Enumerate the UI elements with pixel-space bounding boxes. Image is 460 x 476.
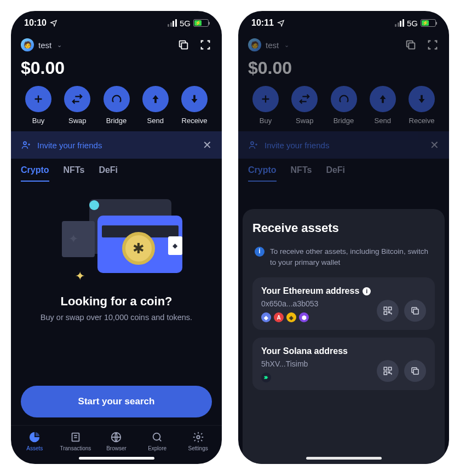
scan-icon[interactable] [199, 38, 212, 51]
copy-button[interactable] [404, 300, 426, 322]
send-button[interactable]: Send [137, 86, 174, 125]
bridge-button[interactable]: Bridge [98, 86, 135, 125]
tab-crypto[interactable]: Crypto [248, 165, 277, 182]
svg-rect-9 [389, 307, 392, 310]
nav-browser[interactable]: Browser [97, 431, 135, 451]
account-name: test [266, 40, 279, 50]
buy-button[interactable]: Buy [20, 86, 57, 125]
copy-icon[interactable] [404, 38, 417, 51]
tab-crypto[interactable]: Crypto [21, 165, 49, 182]
sol-address-card[interactable]: Your Solana address 5hXV...Tisimb [252, 338, 435, 390]
balance: $0.00 [11, 54, 222, 86]
phone-screen-assets: 10:10 5G ⚡ 🧑 test ⌄ $0.00 Buy Swap Bridg… [11, 11, 222, 464]
header: 🧑 test ⌄ [238, 35, 449, 54]
info-icon: i [255, 247, 264, 257]
status-bar: 10:11 5G ⚡ [238, 11, 449, 35]
receive-button[interactable]: Receive [176, 86, 213, 125]
svg-rect-14 [384, 372, 387, 375]
svg-rect-0 [181, 43, 187, 49]
account-switcher[interactable]: 🧑 test ⌄ [248, 38, 289, 51]
account-switcher[interactable]: 🧑 test ⌄ [21, 38, 62, 51]
balance: $0.00 [238, 54, 449, 86]
status-time: 10:11 [251, 18, 274, 28]
nav-transactions[interactable]: Transactions [57, 431, 94, 451]
sheet-title: Receive assets [252, 221, 435, 235]
chain-icons [261, 373, 308, 382]
empty-state: ✱ ✦✦ Looking for a coin? Buy or swap ove… [11, 182, 222, 425]
svg-rect-12 [384, 367, 387, 370]
close-icon[interactable]: ✕ [203, 138, 212, 152]
chain-icons: ◆ A ◈ ⬢ [261, 312, 318, 322]
qr-button[interactable] [377, 360, 399, 382]
copy-icon[interactable] [177, 38, 190, 51]
tab-nfts[interactable]: NFTs [64, 165, 85, 182]
receive-button[interactable]: Receive [403, 86, 440, 125]
action-row: Buy Swap Bridge Send Receive [238, 86, 449, 131]
empty-title: Looking for a coin? [21, 294, 212, 309]
avatar: 🧑 [248, 38, 261, 51]
invite-banner[interactable]: Invite your friends ✕ [11, 131, 222, 159]
avatar: 🧑 [21, 38, 34, 51]
nav-settings[interactable]: Settings [180, 431, 217, 451]
nav-explore[interactable]: Explore [139, 431, 176, 451]
close-icon[interactable]: ✕ [430, 138, 439, 152]
chevron-down-icon: ⌄ [57, 42, 62, 49]
eth-icon: ◆ [261, 312, 271, 322]
info-notice: i To receive other assets, including Bit… [252, 246, 435, 268]
empty-subtitle: Buy or swap over 10,000 coins and tokens… [21, 313, 212, 322]
scan-icon[interactable] [426, 38, 439, 51]
qr-button[interactable] [377, 300, 399, 322]
wallet-illustration: ✱ ✦✦ [45, 194, 188, 287]
battery-icon: ⚡ [421, 19, 436, 27]
network-label: 5G [407, 19, 418, 28]
send-button[interactable]: Send [364, 86, 401, 125]
svg-rect-8 [384, 307, 387, 310]
svg-point-5 [197, 436, 200, 439]
bnb-icon: ◈ [286, 312, 296, 322]
svg-rect-11 [413, 309, 418, 314]
account-name: test [38, 40, 51, 50]
invite-icon [248, 140, 259, 150]
info-icon[interactable]: i [363, 287, 371, 295]
bridge-button[interactable]: Bridge [325, 86, 363, 125]
location-icon [277, 19, 285, 27]
tabs: Crypto NFTs DeFi [238, 162, 449, 182]
signal-icon [395, 19, 404, 27]
svg-point-7 [251, 142, 254, 144]
svg-rect-13 [389, 367, 392, 370]
status-time: 10:10 [24, 18, 47, 28]
home-indicator[interactable] [306, 457, 382, 460]
invite-icon [21, 140, 32, 150]
polygon-icon: ⬢ [299, 312, 309, 322]
svg-rect-15 [413, 369, 418, 374]
eth-address-card[interactable]: Your Ethereum addressi 0x650a...a3b053 ◆… [252, 277, 435, 330]
network-label: 5G [180, 19, 191, 28]
nav-assets[interactable]: Assets [16, 431, 53, 451]
avax-icon: A [274, 312, 284, 322]
status-bar: 10:10 5G ⚡ [11, 11, 222, 35]
sol-icon [261, 373, 271, 382]
bottom-nav: Assets Transactions Browser Explore Sett… [11, 425, 222, 454]
start-search-button[interactable]: Start your search [21, 386, 212, 417]
chevron-down-icon: ⌄ [284, 42, 289, 49]
tab-nfts[interactable]: NFTs [291, 165, 312, 182]
svg-point-4 [153, 433, 160, 440]
signal-icon [168, 19, 177, 27]
copy-button[interactable] [404, 360, 426, 382]
header: 🧑 test ⌄ [11, 35, 222, 54]
swap-button[interactable]: Swap [286, 86, 323, 125]
battery-icon: ⚡ [193, 19, 209, 27]
receive-sheet: Receive assets i To receive other assets… [243, 209, 445, 464]
tabs: Crypto NFTs DeFi [11, 162, 222, 182]
tab-defi[interactable]: DeFi [99, 165, 118, 182]
home-indicator[interactable] [79, 457, 154, 460]
svg-rect-6 [409, 43, 415, 49]
action-row: Buy Swap Bridge Send Receive [11, 86, 222, 131]
buy-button[interactable]: Buy [247, 86, 284, 125]
location-icon [50, 19, 58, 27]
tab-defi[interactable]: DeFi [326, 165, 345, 182]
eth-address: 0x650a...a3b053 [261, 299, 318, 308]
swap-button[interactable]: Swap [59, 86, 96, 125]
invite-banner[interactable]: Invite your friends ✕ [238, 131, 449, 159]
svg-rect-10 [384, 312, 387, 315]
